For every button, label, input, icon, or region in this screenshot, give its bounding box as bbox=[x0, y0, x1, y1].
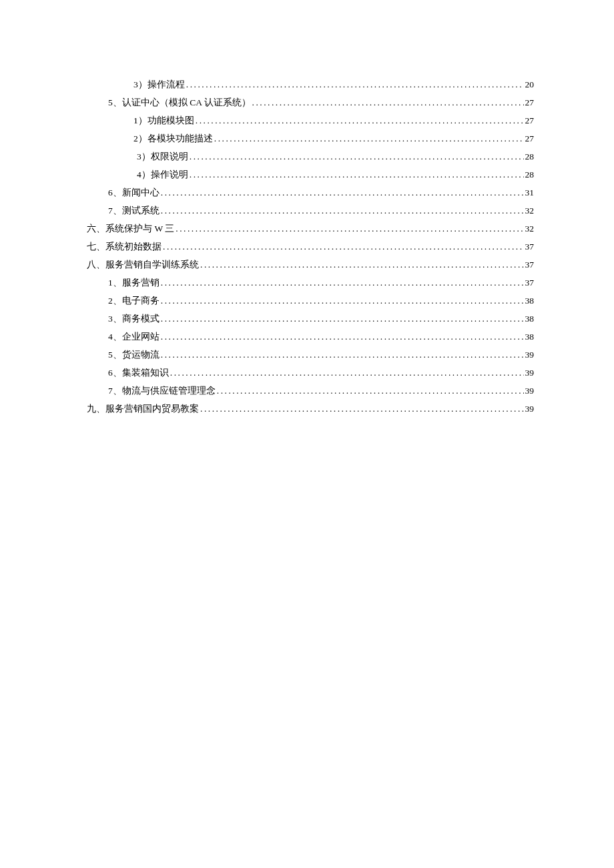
toc-entry: 6、集装箱知识.................................… bbox=[87, 368, 534, 378]
toc-leader-dots: ........................................… bbox=[161, 314, 524, 324]
toc-entry-page: 37 bbox=[525, 260, 535, 270]
toc-entry: 3）权限说明..................................… bbox=[87, 152, 534, 161]
toc-leader-dots: ........................................… bbox=[161, 332, 524, 342]
toc-leader-dots: ........................................… bbox=[176, 224, 523, 234]
toc-entry: 3、商务模式..................................… bbox=[87, 314, 534, 324]
toc-entry-page: 37 bbox=[525, 242, 535, 252]
toc-entry: 6、新闻中心..................................… bbox=[87, 188, 534, 197]
toc-entry-label: 3、商务模式 bbox=[108, 314, 160, 324]
toc-entry-page: 27 bbox=[525, 134, 535, 143]
toc-entry-label: 4）操作说明 bbox=[137, 170, 188, 179]
toc-entry-label: 3）权限说明 bbox=[137, 152, 188, 161]
toc-entry: 八、服务营销自学训练系统............................… bbox=[87, 260, 534, 270]
toc-entry-label: 九、服务营销国内贸易教案 bbox=[87, 404, 199, 414]
toc-leader-dots: ........................................… bbox=[161, 206, 524, 215]
toc-entry-page: 39 bbox=[525, 386, 535, 396]
toc-entry: 4、企业网站..................................… bbox=[87, 332, 534, 342]
toc-entry-label: 1）功能模块图 bbox=[133, 116, 194, 125]
toc-entry-page: 27 bbox=[525, 98, 535, 107]
toc-entry-page: 38 bbox=[525, 332, 535, 342]
toc-entry-page: 32 bbox=[525, 224, 535, 234]
toc-entry-label: 6、新闻中心 bbox=[108, 188, 160, 197]
toc-entry-label: 7、测试系统 bbox=[108, 206, 160, 215]
toc-entry-label: 6、集装箱知识 bbox=[108, 368, 169, 378]
toc-leader-dots: ........................................… bbox=[190, 152, 524, 161]
toc-entry: 7、测试系统..................................… bbox=[87, 206, 534, 215]
toc-entry: 1）功能模块图.................................… bbox=[87, 116, 534, 125]
toc-entry-label: 3）操作流程 bbox=[133, 80, 185, 89]
toc-entry-label: 2）各模块功能描述 bbox=[133, 134, 213, 143]
toc-leader-dots: ........................................… bbox=[196, 116, 524, 125]
toc-leader-dots: ........................................… bbox=[161, 296, 524, 306]
toc-entry-page: 27 bbox=[525, 116, 535, 125]
toc-entry: 4）操作说明..................................… bbox=[87, 170, 534, 179]
toc-leader-dots: ........................................… bbox=[214, 134, 524, 143]
toc-entry: 2）各模块功能描述...............................… bbox=[87, 134, 534, 143]
toc-leader-dots: ........................................… bbox=[186, 80, 524, 89]
toc-entry-page: 39 bbox=[525, 404, 535, 414]
toc-entry-label: 7、物流与供应链管理理念 bbox=[108, 386, 216, 396]
toc-entry-page: 28 bbox=[525, 170, 535, 179]
toc-leader-dots: ........................................… bbox=[161, 188, 524, 197]
toc-leader-dots: ........................................… bbox=[252, 98, 524, 107]
toc-leader-dots: ........................................… bbox=[161, 350, 524, 360]
toc-leader-dots: ........................................… bbox=[170, 368, 524, 378]
toc-leader-dots: ........................................… bbox=[217, 386, 524, 396]
toc-leader-dots: ........................................… bbox=[163, 242, 524, 252]
toc-entry: 5、认证中心（模拟 CA 认证系统）......................… bbox=[87, 98, 534, 107]
toc-entry-page: 38 bbox=[525, 296, 535, 306]
toc-leader-dots: ........................................… bbox=[200, 260, 524, 270]
toc-entry: 5、货运物流..................................… bbox=[87, 350, 534, 360]
toc-entry-page: 39 bbox=[525, 368, 535, 378]
toc-entry-page: 31 bbox=[525, 188, 535, 197]
toc-entry-label: 1、服务营销 bbox=[108, 278, 160, 288]
toc-entry: 1、服务营销..................................… bbox=[87, 278, 534, 288]
toc-entry-page: 39 bbox=[525, 350, 535, 360]
toc-entry-page: 20 bbox=[525, 80, 535, 89]
toc-entry: 七、系统初始数据................................… bbox=[87, 242, 534, 252]
toc-entry: 2、电子商务..................................… bbox=[87, 296, 534, 306]
toc-entry-label: 八、服务营销自学训练系统 bbox=[87, 260, 199, 270]
toc-entry-page: 38 bbox=[525, 314, 535, 324]
toc-entry: 六、系统保护与 W 三.............................… bbox=[87, 224, 534, 234]
toc-entry-label: 七、系统初始数据 bbox=[87, 242, 162, 252]
toc-entry-page: 28 bbox=[525, 152, 535, 161]
toc-entry-label: 4、企业网站 bbox=[108, 332, 160, 342]
toc-entry: 7、物流与供应链管理理念............................… bbox=[87, 386, 534, 396]
toc-leader-dots: ........................................… bbox=[190, 170, 524, 179]
toc-entry-page: 32 bbox=[525, 206, 535, 215]
toc-leader-dots: ........................................… bbox=[200, 404, 524, 414]
toc-entry: 九、服务营销国内贸易教案............................… bbox=[87, 404, 534, 414]
toc-entry-page: 37 bbox=[525, 278, 535, 288]
toc-entry-label: 六、系统保护与 W 三 bbox=[87, 224, 174, 234]
toc-entry-label: 2、电子商务 bbox=[108, 296, 160, 306]
toc-entry: 3）操作流程..................................… bbox=[87, 80, 534, 89]
table-of-contents: 3）操作流程..................................… bbox=[87, 80, 534, 414]
toc-leader-dots: ........................................… bbox=[161, 278, 524, 288]
toc-entry-label: 5、货运物流 bbox=[108, 350, 160, 360]
toc-entry-label: 5、认证中心（模拟 CA 认证系统） bbox=[108, 98, 251, 107]
